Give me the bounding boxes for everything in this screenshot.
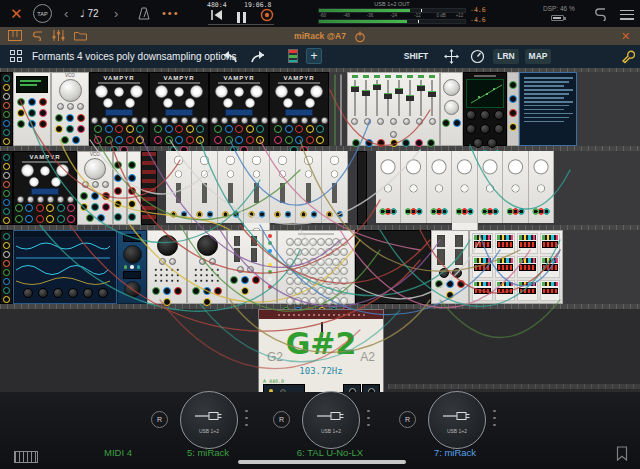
port[interactable]: [196, 136, 204, 144]
port[interactable]: [67, 204, 75, 212]
seqcell[interactable]: [517, 280, 538, 301]
port[interactable]: [175, 136, 183, 144]
port[interactable]: [235, 136, 243, 144]
mk[interactable]: [102, 181, 109, 188]
gknob[interactable]: [325, 248, 333, 256]
dkn[interactable]: [38, 288, 48, 298]
port[interactable]: [136, 125, 144, 133]
vampyr-knob[interactable]: [223, 98, 233, 108]
sport[interactable]: [3, 181, 10, 188]
sport[interactable]: [3, 251, 10, 258]
sport[interactable]: [3, 129, 10, 136]
port[interactable]: [225, 136, 233, 144]
dadsr[interactable]: [270, 151, 296, 223]
mk[interactable]: [141, 117, 148, 124]
seqcell[interactable]: [540, 256, 561, 277]
port[interactable]: [91, 192, 99, 200]
mk[interactable]: [47, 196, 54, 203]
gknob[interactable]: [317, 297, 325, 305]
gknob[interactable]: [294, 238, 302, 246]
dadsr[interactable]: [166, 151, 192, 223]
gknob[interactable]: [340, 297, 348, 305]
port[interactable]: [115, 125, 123, 133]
port[interactable]: [77, 125, 85, 133]
port[interactable]: [36, 204, 44, 212]
gknob[interactable]: [309, 238, 317, 246]
channel-knob[interactable]: USB 1+2: [428, 391, 486, 449]
mk[interactable]: [311, 117, 318, 124]
port[interactable]: [457, 280, 465, 288]
port[interactable]: [80, 192, 88, 200]
port[interactable]: [446, 280, 454, 288]
mk[interactable]: [231, 117, 238, 124]
module-browser-icon[interactable]: [10, 50, 22, 62]
vampyr-knob[interactable]: [215, 85, 228, 98]
record-arm-button[interactable]: R: [151, 411, 168, 428]
dadsr[interactable]: [296, 151, 322, 223]
knob[interactable]: [123, 245, 142, 264]
port[interactable]: [509, 109, 517, 117]
radium[interactable]: [401, 151, 427, 223]
port[interactable]: [15, 204, 23, 212]
port[interactable]: [415, 139, 423, 147]
gknob[interactable]: [286, 248, 294, 256]
knob[interactable]: [157, 235, 178, 256]
port[interactable]: [136, 136, 144, 144]
fad[interactable]: [362, 78, 371, 118]
sport[interactable]: [3, 287, 10, 294]
mk[interactable]: [191, 117, 198, 124]
port[interactable]: [128, 161, 136, 169]
gknob[interactable]: [294, 258, 302, 266]
mk[interactable]: [67, 103, 74, 110]
knob[interactable]: [197, 235, 218, 256]
port[interactable]: [241, 276, 249, 284]
port[interactable]: [114, 161, 122, 169]
port[interactable]: [192, 287, 200, 295]
mk[interactable]: [171, 117, 178, 124]
gknob[interactable]: [301, 267, 309, 275]
port[interactable]: [114, 187, 122, 195]
port[interactable]: [46, 215, 54, 223]
port[interactable]: [128, 174, 136, 182]
mk[interactable]: [17, 196, 24, 203]
port[interactable]: [246, 125, 254, 133]
gknob[interactable]: [332, 238, 340, 246]
sport[interactable]: [3, 138, 10, 145]
port[interactable]: [126, 125, 134, 133]
shift-button[interactable]: SHIFT: [398, 49, 434, 64]
mk[interactable]: [181, 117, 188, 124]
gknob[interactable]: [340, 287, 348, 295]
radium[interactable]: [478, 151, 504, 223]
gknob[interactable]: [317, 287, 325, 295]
port[interactable]: [241, 287, 249, 295]
dkn[interactable]: [480, 124, 490, 134]
notes-module[interactable]: [519, 72, 577, 146]
port[interactable]: [80, 203, 88, 211]
port[interactable]: [46, 204, 54, 212]
vampyr-knob[interactable]: [130, 85, 143, 98]
tempo-prev-icon[interactable]: ‹: [64, 0, 68, 27]
port[interactable]: [128, 187, 136, 195]
redo-icon[interactable]: [250, 50, 266, 63]
vampyr-knob[interactable]: [294, 87, 304, 97]
gknob[interactable]: [325, 287, 333, 295]
port[interactable]: [509, 123, 517, 131]
vampyr-knob[interactable]: [95, 85, 108, 98]
port[interactable]: [97, 214, 105, 222]
sport[interactable]: [3, 111, 10, 118]
dadsr[interactable]: [244, 151, 270, 223]
port[interactable]: [28, 109, 36, 117]
port[interactable]: [186, 136, 194, 144]
wrench-icon[interactable]: [620, 49, 635, 64]
port[interactable]: [390, 139, 398, 147]
seqcell[interactable]: [517, 233, 538, 254]
channel-label-6[interactable]: 6: TAL U-No-LX: [265, 447, 395, 458]
port[interactable]: [91, 203, 99, 211]
seqcell[interactable]: [495, 233, 516, 254]
mk[interactable]: [429, 118, 436, 125]
gknob[interactable]: [325, 258, 333, 266]
port[interactable]: [163, 287, 171, 295]
metronome-icon[interactable]: [138, 7, 150, 20]
port[interactable]: [446, 291, 454, 299]
mk[interactable]: [131, 117, 138, 124]
